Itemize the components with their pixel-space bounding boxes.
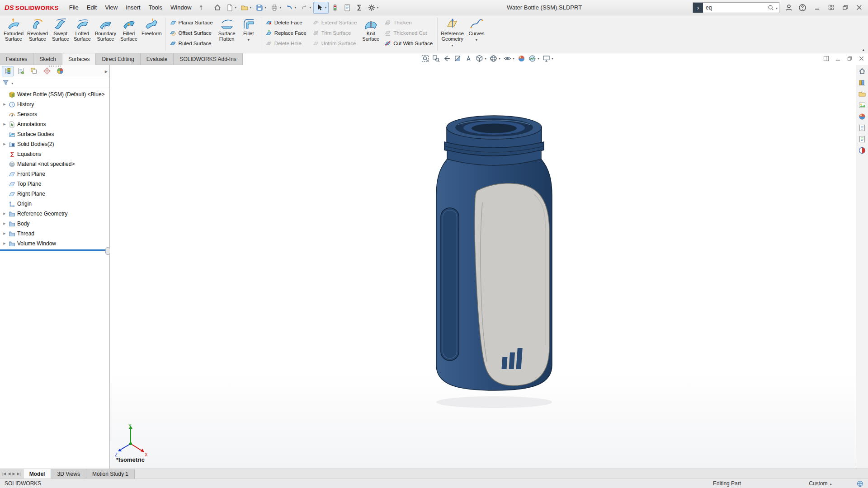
motion-study-tab[interactable]: Motion Study 1: [86, 469, 135, 479]
tab-sketch[interactable]: Sketch: [33, 53, 62, 65]
tree-item-equations[interactable]: Equations: [0, 149, 109, 159]
delete-face-button[interactable]: Delete Face: [265, 18, 307, 27]
previous-tab-icon[interactable]: [8, 472, 10, 476]
expand-arrow-icon[interactable]: [2, 232, 7, 235]
tree-item-material[interactable]: Material <not specified>: [0, 159, 109, 169]
tree-item-surface-bodies[interactable]: Surface Bodies: [0, 129, 109, 139]
lofted-surface-button[interactable]: Lofted Surface: [71, 16, 93, 52]
apply-scene-icon[interactable]: [528, 55, 539, 62]
model-tab[interactable]: Model: [24, 469, 52, 479]
propertymanager-tab[interactable]: [15, 66, 27, 76]
planar-surface-button[interactable]: Planar Surface: [169, 18, 214, 27]
solidworks-resources-icon[interactable]: [857, 66, 868, 76]
curves-button[interactable]: Curves: [466, 16, 487, 52]
menu-edit[interactable]: Edit: [83, 1, 101, 14]
tab-surfaces[interactable]: Surfaces: [62, 53, 96, 65]
knit-surface-button[interactable]: Knit Surface: [360, 16, 382, 52]
tree-root-item[interactable]: Water Bottle (SSM) (Default) <Blue>: [0, 89, 109, 99]
view-palette-icon[interactable]: [857, 100, 868, 110]
3d-views-tab[interactable]: 3D Views: [51, 469, 86, 479]
tab-direct-editing[interactable]: Direct Editing: [96, 53, 140, 65]
ribbon-collapse-icon[interactable]: [862, 46, 864, 52]
tree-item-top-plane[interactable]: Top Plane: [0, 179, 109, 189]
replace-face-button[interactable]: Replace Face: [265, 28, 307, 38]
first-tab-icon[interactable]: [2, 472, 6, 476]
custom-properties-icon[interactable]: [857, 123, 868, 132]
filled-surface-button[interactable]: Filled Surface: [118, 16, 140, 52]
expand-arrow-icon[interactable]: [2, 103, 7, 106]
options-button[interactable]: [366, 2, 380, 14]
section-view-icon[interactable]: [454, 55, 462, 62]
tree-item-history[interactable]: History: [0, 99, 109, 109]
thicken-button[interactable]: Thicken: [384, 18, 434, 27]
swept-surface-button[interactable]: Swept Surface: [50, 16, 71, 52]
appearances-scenes-icon[interactable]: [857, 112, 868, 121]
zoom-to-area-icon[interactable]: [432, 55, 440, 62]
undo-button[interactable]: [283, 2, 298, 14]
displaymanager-tab[interactable]: [54, 66, 66, 76]
edit-appearance-icon[interactable]: [518, 55, 525, 62]
tab-evaluate[interactable]: Evaluate: [141, 53, 174, 65]
revolved-surface-button[interactable]: Revolved Surface: [25, 16, 50, 52]
display-style-icon[interactable]: [490, 55, 500, 62]
redo-button[interactable]: [298, 2, 313, 14]
search-dropdown-icon[interactable]: [775, 5, 779, 11]
open-button[interactable]: [239, 2, 253, 14]
tree-item-front-plane[interactable]: Front Plane: [0, 169, 109, 179]
reference-geometry-dropdown-icon[interactable]: [452, 42, 453, 48]
untrim-surface-button[interactable]: Untrim Surface: [312, 38, 358, 48]
view-settings-icon[interactable]: [542, 55, 553, 62]
tree-item-solid-bodies[interactable]: Solid Bodies(2): [0, 139, 109, 149]
expand-arrow-icon[interactable]: [2, 212, 7, 216]
last-tab-icon[interactable]: [17, 472, 21, 476]
minimize-icon[interactable]: [814, 4, 821, 11]
solidworks-cam-icon[interactable]: [857, 134, 868, 144]
expand-arrow-icon[interactable]: [2, 222, 7, 225]
tab-features[interactable]: Features: [0, 53, 33, 65]
view-orientation-icon[interactable]: [476, 55, 486, 62]
configurationmanager-tab[interactable]: [28, 66, 40, 76]
ruled-surface-button[interactable]: Ruled Surface: [169, 38, 214, 48]
new-document-button[interactable]: [224, 2, 238, 14]
panel-tab-overflow-icon[interactable]: [105, 68, 108, 74]
cut-with-surface-button[interactable]: Cut With Surface: [384, 38, 434, 48]
tree-item-origin[interactable]: Origin: [0, 199, 109, 209]
tree-item-sensors[interactable]: Sensors: [0, 109, 109, 119]
hide-show-items-icon[interactable]: [504, 55, 514, 62]
units-selector[interactable]: Custom: [809, 480, 832, 487]
tab-solidworks-add-ins[interactable]: SOLIDWORKS Add-Ins: [174, 53, 242, 65]
rollback-bar[interactable]: [0, 249, 109, 251]
layout-grid-icon[interactable]: [828, 4, 835, 11]
boundary-surface-button[interactable]: Boundary Surface: [93, 16, 118, 52]
filter-dropdown-icon[interactable]: [10, 80, 13, 86]
pin-menu-icon[interactable]: [198, 5, 204, 11]
offset-surface-button[interactable]: Offset Surface: [169, 28, 214, 38]
freeform-button[interactable]: Freeform: [140, 16, 164, 52]
dynamic-annotation-views-icon[interactable]: [465, 55, 472, 62]
trim-surface-button[interactable]: Trim Surface: [312, 28, 358, 38]
menu-window[interactable]: Window: [166, 1, 195, 14]
rebuild-button[interactable]: [329, 2, 341, 14]
tree-item-volume-window[interactable]: Volume Window: [0, 239, 109, 249]
next-tab-icon[interactable]: [12, 472, 15, 476]
menu-tools[interactable]: Tools: [145, 1, 166, 14]
tree-item-thread[interactable]: Thread: [0, 229, 109, 239]
select-tool-button[interactable]: [313, 2, 329, 14]
filter-funnel-icon[interactable]: [2, 79, 9, 86]
design-library-icon[interactable]: [857, 78, 868, 87]
water-bottle-model[interactable]: [426, 114, 562, 412]
reference-geometry-button[interactable]: Reference Geometry: [439, 16, 466, 52]
menu-file[interactable]: File: [65, 1, 83, 14]
status-globe-icon[interactable]: [857, 480, 863, 487]
fillet-button[interactable]: Fillet: [238, 16, 259, 52]
menu-insert[interactable]: Insert: [122, 1, 145, 14]
expand-arrow-icon[interactable]: [2, 122, 7, 126]
doc-minimize-icon[interactable]: [835, 56, 841, 61]
user-account-icon[interactable]: [785, 4, 793, 12]
search-input[interactable]: [703, 5, 768, 11]
previous-view-icon[interactable]: [443, 55, 451, 62]
doc-restore-icon[interactable]: [847, 56, 853, 61]
3dexperience-icon[interactable]: [857, 145, 868, 155]
file-explorer-icon[interactable]: [857, 89, 868, 99]
search-box[interactable]: [693, 2, 779, 13]
